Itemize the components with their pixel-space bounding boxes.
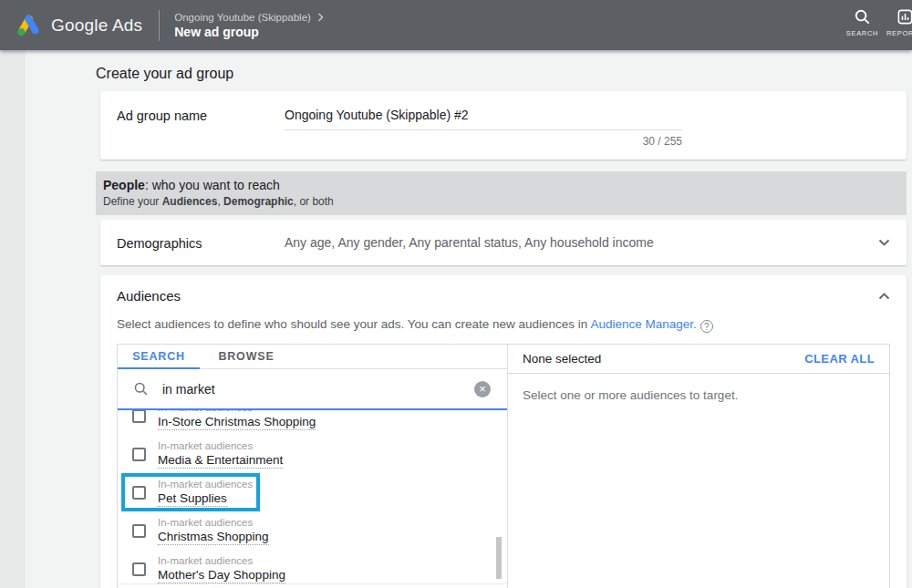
demographics-card[interactable]: Demographics Any age, Any gender, Any pa… <box>100 220 907 265</box>
people-heading-rest: : who you want to reach <box>145 178 280 192</box>
audience-text: In-market audiences Media & Entertainmen… <box>158 440 283 469</box>
audience-name[interactable]: In-Store Christmas Shopping <box>158 415 316 430</box>
audience-result-row[interactable]: In-market audiences Media & Entertainmen… <box>118 435 507 473</box>
audience-result-row[interactable]: In-market audiences Mother's Day Shoppin… <box>118 550 507 583</box>
audiences-description: Select audiences to define who should se… <box>117 317 890 333</box>
selection-empty-message: Select one or more audiences to target. <box>508 374 889 417</box>
clear-all-button[interactable]: CLEAR ALL <box>804 352 875 366</box>
audience-text: In-market audiences In-Store Christmas S… <box>158 410 316 430</box>
main-content: Create your ad group Ad group name 30 / … <box>96 50 907 588</box>
audience-category: In-market audiences <box>158 479 253 490</box>
audience-category: In-market audiences <box>158 440 283 451</box>
help-icon[interactable]: ? <box>700 320 713 333</box>
audience-category: In-market audiences <box>158 410 316 413</box>
topbar-divider <box>159 10 160 41</box>
audiences-card: Audiences Select audiences to define who… <box>100 275 907 588</box>
demographics-label: Demographics <box>117 234 285 251</box>
audiences-title: Audiences <box>117 288 878 304</box>
audience-checkbox[interactable] <box>132 448 146 461</box>
people-sub-demographic: Demographic <box>223 195 294 208</box>
audience-text: In-market audiences Mother's Day Shoppin… <box>158 555 285 583</box>
topbar-reports-label: REPORTS <box>886 29 912 37</box>
clear-search-icon[interactable]: × <box>474 381 491 397</box>
audience-name[interactable]: Christmas Shopping <box>158 530 269 545</box>
reports-icon <box>896 8 912 26</box>
google-ads-logo[interactable]: Google Ads <box>16 14 142 36</box>
audience-checkbox[interactable] <box>132 486 146 500</box>
audience-manager-link[interactable]: Audience Manager. <box>590 317 696 331</box>
breadcrumb-parent[interactable]: Ongoing Youtube (Skippable) <box>174 12 311 23</box>
brand-name: Google Ads <box>51 15 142 36</box>
audience-search-input[interactable] <box>161 381 474 397</box>
google-ads-logo-icon <box>16 14 41 36</box>
ad-group-name-label: Ad group name <box>117 107 285 160</box>
picker-tabs: SEARCH BROWSE <box>118 345 507 369</box>
audience-checkbox[interactable] <box>132 410 146 423</box>
topbar-reports-button[interactable]: REPORTS <box>884 8 912 37</box>
audience-result-row[interactable]: In-market audiences Christmas Shopping <box>118 511 507 550</box>
ad-group-name-card: Ad group name 30 / 255 <box>100 91 907 160</box>
tab-browse[interactable]: BROWSE <box>200 345 293 368</box>
page-title: Create your ad group <box>96 66 907 82</box>
people-subheading: Define your Audiences, Demographic, or b… <box>103 195 890 208</box>
char-counter: 30 / 255 <box>285 135 682 148</box>
audience-picker: SEARCH BROWSE × In-market audiences In-S… <box>117 344 890 588</box>
search-icon <box>133 381 149 397</box>
topbar-actions: SEARCH REPORTS <box>841 8 912 37</box>
topbar-search-label: SEARCH <box>846 29 878 37</box>
chevron-right-icon <box>317 13 324 22</box>
left-gutter <box>0 50 26 588</box>
search-icon <box>854 8 871 26</box>
audience-name[interactable]: Mother's Day Shopping <box>158 568 285 583</box>
audience-result-row[interactable]: In-market audiences Pet Supplies <box>118 473 507 511</box>
people-sub-audiences: Audiences <box>162 195 218 208</box>
breadcrumb-current: New ad group <box>174 25 324 39</box>
audiences-description-text: Select audiences to define who should se… <box>117 317 590 331</box>
audience-search-box: × <box>118 369 507 410</box>
audience-text: In-market audiences Pet Supplies <box>158 479 253 507</box>
people-heading-bold: People <box>103 178 145 192</box>
people-heading: People: who you want to reach <box>103 178 890 192</box>
audience-category: In-market audiences <box>158 517 269 528</box>
selection-status: None selected <box>523 352 804 366</box>
audience-name[interactable]: Media & Entertainment <box>158 453 283 469</box>
ad-group-name-input[interactable] <box>285 108 682 130</box>
people-sub-prefix: Define your <box>103 195 162 208</box>
chevron-down-icon[interactable] <box>878 239 890 246</box>
audience-name[interactable]: Pet Supplies <box>158 491 227 507</box>
chevron-up-icon[interactable] <box>878 293 890 300</box>
audience-checkbox[interactable] <box>132 562 146 576</box>
results-footer <box>118 583 507 588</box>
demographics-summary: Any age, Any gender, Any parental status… <box>285 235 878 250</box>
topbar-search-button[interactable]: SEARCH <box>841 8 884 37</box>
people-sub-suffix: , or both <box>294 195 334 208</box>
breadcrumb: Ongoing Youtube (Skippable) New ad group <box>174 12 324 39</box>
top-bar: Google Ads Ongoing Youtube (Skippable) N… <box>0 0 912 50</box>
people-section-band: People: who you want to reach Define you… <box>96 171 907 215</box>
audience-category: In-market audiences <box>158 555 285 566</box>
audience-results-list: In-market audiences In-Store Christmas S… <box>118 410 507 583</box>
audience-checkbox[interactable] <box>132 524 146 538</box>
tab-search[interactable]: SEARCH <box>118 345 200 369</box>
audience-picker-left-panel: SEARCH BROWSE × In-market audiences In-S… <box>118 345 508 588</box>
audience-result-row[interactable]: In-market audiences In-Store Christmas S… <box>118 410 507 435</box>
selected-audiences-panel: None selected CLEAR ALL Select one or mo… <box>508 345 889 588</box>
audience-text: In-market audiences Christmas Shopping <box>158 517 269 545</box>
